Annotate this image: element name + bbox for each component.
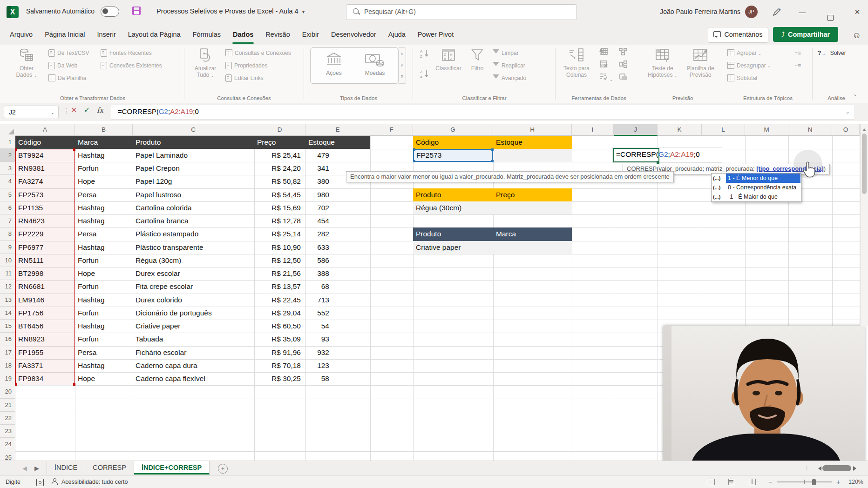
formula-ref-cell-G2[interactable]: FP2573 <box>413 149 493 162</box>
get-data-button[interactable]: Obter Dados⌄ <box>10 47 43 79</box>
table-cell-r16c3[interactable]: Tabuada <box>133 333 254 346</box>
forecast-sheet-button[interactable]: Planilha de Previsão <box>682 47 719 78</box>
column-header-D[interactable]: D <box>254 124 305 136</box>
table-cell-r11c3[interactable]: Durex escolar <box>133 267 254 280</box>
table-cell-r15c5[interactable]: 54 <box>305 320 370 333</box>
minimize-button[interactable]: — <box>792 0 813 24</box>
vertical-scroll-thumb[interactable] <box>862 134 867 194</box>
next-sheet-icon[interactable]: ▶ <box>34 465 39 472</box>
gallery-scroll[interactable]: ∧∨⊽ <box>398 47 406 84</box>
row-header-14[interactable]: 14 <box>0 307 15 320</box>
table-cell-r19c4[interactable]: R$ 30,25 <box>254 372 305 385</box>
hide-detail-button[interactable]: −≡ <box>794 60 801 72</box>
match-type-option-0[interactable]: (...)1 - É Menor do que <box>712 174 801 183</box>
table-cell-r12c4[interactable]: R$ 13,57 <box>254 280 305 293</box>
ribbon-tab-arquivo[interactable]: Arquivo <box>4 24 39 45</box>
table-cell-r17c4[interactable]: R$ 91,96 <box>254 346 305 359</box>
table-cell-r19c2[interactable]: Hope <box>75 372 133 385</box>
excel-app-icon[interactable]: X <box>7 6 19 18</box>
row-header-16[interactable]: 16 <box>0 333 15 346</box>
table-cell-r12c5[interactable]: 68 <box>305 280 370 293</box>
scroll-right-icon[interactable] <box>853 466 859 471</box>
document-title[interactable]: Processos Seletivos e Provas de Excel - … <box>156 7 305 15</box>
share-button[interactable]: ⤴Compartilhar <box>773 27 838 42</box>
remove-duplicates-button[interactable] <box>599 60 608 72</box>
page-break-view-button[interactable] <box>749 479 756 485</box>
currencies-data-type[interactable]: Moedas <box>356 52 393 76</box>
existing-connections-button[interactable]: Conexões Existentes <box>101 60 162 72</box>
sheet-tab-índice+corresp[interactable]: ÍNDICE+CORRESP <box>134 461 210 475</box>
vertical-scrollbar[interactable] <box>860 124 868 326</box>
table-cell-r9c4[interactable]: R$ 10,90 <box>254 241 305 254</box>
cell-G6[interactable]: Régua (30cm) <box>413 201 493 214</box>
table-cell-r16c2[interactable]: Forfun <box>75 333 133 346</box>
row-header-9[interactable]: 9 <box>0 241 15 254</box>
recent-sources-button[interactable]: Fontes Recentes <box>101 47 152 59</box>
table-cell-r10c4[interactable]: R$ 12,50 <box>254 254 305 267</box>
group-button[interactable]: Agrupar⌄ <box>727 47 761 59</box>
column-header-O[interactable]: O <box>832 124 860 136</box>
ungroup-button[interactable]: Desagrupar⌄ <box>727 60 771 72</box>
table-cell-r14c3[interactable]: Dicionário de português <box>133 307 254 320</box>
search-input[interactable]: Pesquisar (Alt+G) <box>346 4 577 20</box>
row-header-24[interactable]: 24 <box>0 438 15 451</box>
edit-links-button[interactable]: Editar Links <box>225 73 264 84</box>
row-header-1[interactable]: 1 <box>0 136 15 149</box>
table-header-estoque[interactable]: Estoque <box>305 136 370 149</box>
column-header-J[interactable]: J <box>614 124 658 136</box>
table-cell-r7c3[interactable]: Cartolina branca <box>133 214 254 227</box>
sort-az-button[interactable]: AZ <box>419 48 431 60</box>
table-cell-r7c2[interactable]: Hashtag <box>75 214 133 227</box>
row-header-3[interactable]: 3 <box>0 162 15 175</box>
lookup1-header-estoque[interactable]: Estoque <box>493 136 572 149</box>
manage-data-model-button[interactable] <box>618 73 628 84</box>
maximize-button[interactable] <box>820 0 841 24</box>
column-header-M[interactable]: M <box>745 124 788 136</box>
clear-filter-button[interactable]: Limpar <box>493 47 519 59</box>
consolidate-button[interactable] <box>618 47 628 59</box>
table-cell-r17c2[interactable]: Persa <box>75 346 133 359</box>
table-header-preço[interactable]: Preço <box>254 136 305 149</box>
table-cell-r6c3[interactable]: Cartolina colorida <box>133 201 254 214</box>
table-header-produto[interactable]: Produto <box>133 136 254 149</box>
table-cell-r13c2[interactable]: Hashtag <box>75 294 133 307</box>
data-validation-button[interactable]: ⌄ <box>599 73 613 84</box>
table-cell-r3c3[interactable]: Papel Crepon <box>133 162 254 175</box>
table-cell-r13c4[interactable]: R$ 22,45 <box>254 294 305 307</box>
text-to-columns-button[interactable]: Texto para Colunas <box>559 47 594 78</box>
feedback-smiley-icon[interactable]: ☺ <box>852 30 861 40</box>
table-cell-r17c3[interactable]: Fichário escolar <box>133 346 254 359</box>
scrollbar-resize-dots[interactable]: ⋮ <box>804 464 810 471</box>
table-cell-r13c3[interactable]: Durex colorido <box>133 294 254 307</box>
table-cell-r2c2[interactable]: Hashtag <box>75 149 133 162</box>
scroll-left-icon[interactable] <box>816 466 821 471</box>
sheet-tab-índice[interactable]: ÍNDICE <box>47 461 85 475</box>
table-cell-r5c4[interactable]: R$ 54,45 <box>254 188 305 201</box>
table-cell-r5c3[interactable]: Papel lustroso <box>133 188 254 201</box>
table-cell-r13c5[interactable]: 713 <box>305 294 370 307</box>
table-cell-r7c4[interactable]: R$ 12,78 <box>254 214 305 227</box>
ribbon-tab-fórmulas[interactable]: Fórmulas <box>187 24 227 45</box>
insert-function-button[interactable]: fx <box>97 106 103 114</box>
page-layout-view-button[interactable] <box>728 479 735 485</box>
column-header-G[interactable]: G <box>413 124 493 136</box>
table-cell-r8c5[interactable]: 282 <box>305 227 370 241</box>
column-header-C[interactable]: C <box>133 124 254 136</box>
lookup3-header-marca[interactable]: Marca <box>493 227 572 241</box>
row-header-12[interactable]: 12 <box>0 280 15 293</box>
avatar[interactable]: JP <box>745 6 758 18</box>
advanced-filter-button[interactable]: Avançado <box>493 73 526 84</box>
table-cell-r8c2[interactable]: Persa <box>75 227 133 241</box>
row-header-21[interactable]: 21 <box>0 399 15 412</box>
column-header-H[interactable]: H <box>493 124 572 136</box>
column-header-I[interactable]: I <box>572 124 614 136</box>
table-cell-r18c3[interactable]: Caderno capa dura <box>133 359 254 372</box>
table-cell-r6c4[interactable]: R$ 15,69 <box>254 201 305 214</box>
table-cell-r7c5[interactable]: 454 <box>305 214 370 227</box>
lookup3-header-produto[interactable]: Produto <box>413 227 493 241</box>
formula-input[interactable]: =CORRESP(G2;A2:A19;0 ⌄ <box>111 105 855 120</box>
table-cell-r18c2[interactable]: Hashtag <box>75 359 133 372</box>
refresh-all-button[interactable]: Atualizar Tudo⌄ <box>189 47 222 79</box>
column-header-A[interactable]: A <box>15 124 75 136</box>
table-cell-r10c5[interactable]: 586 <box>305 254 370 267</box>
